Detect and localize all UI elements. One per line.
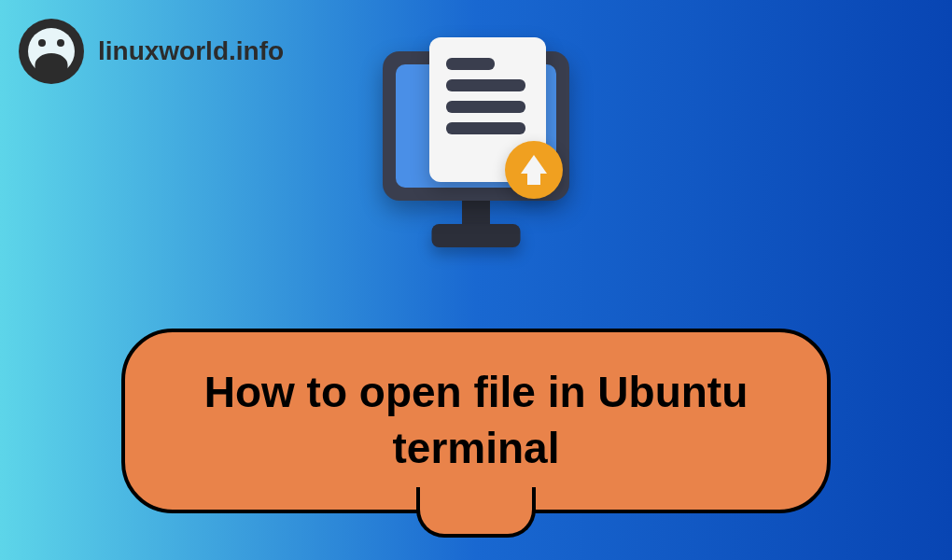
monitor-base xyxy=(432,224,521,247)
title-banner: How to open file in Ubuntu terminal xyxy=(121,329,831,513)
arrow-up-icon xyxy=(521,155,547,174)
computer-upload-illustration xyxy=(364,42,588,285)
site-header: linuxworld.info xyxy=(19,19,284,84)
site-name-text: linuxworld.info xyxy=(98,36,284,66)
penguin-logo-icon xyxy=(19,19,84,84)
document-icon xyxy=(429,37,546,182)
upload-badge-icon xyxy=(505,141,563,199)
article-title: How to open file in Ubuntu terminal xyxy=(172,365,780,477)
